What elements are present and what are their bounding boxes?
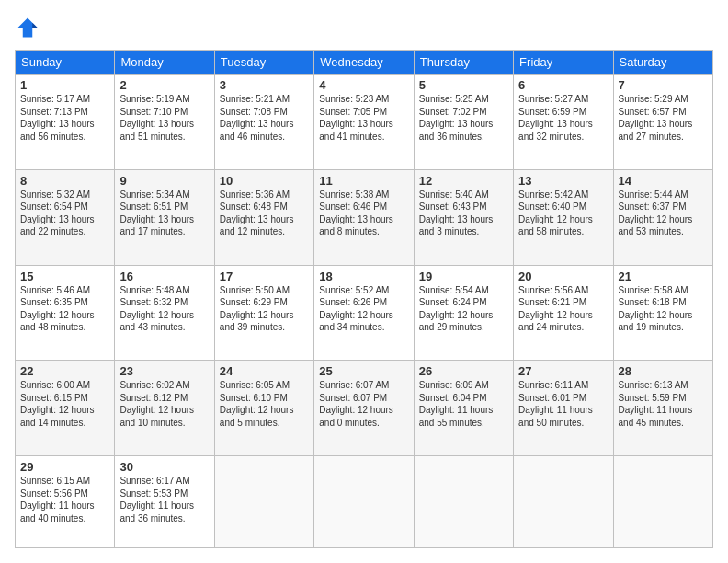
day-number: 25 <box>319 364 408 378</box>
day-number: 21 <box>619 270 708 283</box>
calendar-cell: 28Sunrise: 6:13 AM Sunset: 5:59 PM Dayli… <box>613 361 712 456</box>
day-number: 27 <box>518 364 608 378</box>
day-info: Sunrise: 6:09 AM Sunset: 6:04 PM Dayligh… <box>419 379 508 429</box>
day-info: Sunrise: 5:32 AM Sunset: 6:54 PM Dayligh… <box>20 189 109 238</box>
calendar-cell: 13Sunrise: 5:42 AM Sunset: 6:40 PM Dayli… <box>514 169 613 265</box>
calendar-cell: 30Sunrise: 6:17 AM Sunset: 5:53 PM Dayli… <box>115 456 214 548</box>
day-number: 3 <box>220 78 309 92</box>
calendar-cell: 16Sunrise: 5:48 AM Sunset: 6:32 PM Dayli… <box>115 265 214 361</box>
day-info: Sunrise: 5:25 AM Sunset: 7:02 PM Dayligh… <box>419 93 508 143</box>
day-info: Sunrise: 5:27 AM Sunset: 6:59 PM Dayligh… <box>518 93 608 143</box>
day-number: 14 <box>619 174 708 188</box>
day-info: Sunrise: 5:58 AM Sunset: 6:18 PM Dayligh… <box>619 284 708 334</box>
calendar-header-thursday: Thursday <box>414 51 513 75</box>
day-number: 16 <box>119 270 209 283</box>
day-info: Sunrise: 5:36 AM Sunset: 6:48 PM Dayligh… <box>220 189 309 238</box>
calendar-cell: 23Sunrise: 6:02 AM Sunset: 6:12 PM Dayli… <box>115 361 214 456</box>
header <box>15 15 713 40</box>
day-number: 11 <box>319 174 408 188</box>
calendar-week-1: 1Sunrise: 5:17 AM Sunset: 7:13 PM Daylig… <box>16 75 713 170</box>
day-info: Sunrise: 6:15 AM Sunset: 5:56 PM Dayligh… <box>20 475 109 524</box>
calendar-week-3: 15Sunrise: 5:46 AM Sunset: 6:35 PM Dayli… <box>16 265 713 361</box>
day-info: Sunrise: 6:00 AM Sunset: 6:15 PM Dayligh… <box>20 379 109 429</box>
calendar-cell: 7Sunrise: 5:29 AM Sunset: 6:57 PM Daylig… <box>613 75 712 170</box>
day-info: Sunrise: 5:23 AM Sunset: 7:05 PM Dayligh… <box>319 93 408 143</box>
day-info: Sunrise: 5:48 AM Sunset: 6:32 PM Dayligh… <box>119 284 209 334</box>
day-info: Sunrise: 5:19 AM Sunset: 7:10 PM Dayligh… <box>119 93 209 143</box>
day-number: 9 <box>119 174 209 188</box>
logo <box>15 15 44 40</box>
day-info: Sunrise: 6:13 AM Sunset: 5:59 PM Dayligh… <box>619 379 708 429</box>
day-info: Sunrise: 6:11 AM Sunset: 6:01 PM Dayligh… <box>518 379 608 429</box>
day-number: 4 <box>319 78 408 92</box>
calendar-cell: 10Sunrise: 5:36 AM Sunset: 6:48 PM Dayli… <box>214 169 313 265</box>
calendar-cell: 19Sunrise: 5:54 AM Sunset: 6:24 PM Dayli… <box>414 265 513 361</box>
day-number: 17 <box>220 270 309 283</box>
calendar-cell: 14Sunrise: 5:44 AM Sunset: 6:37 PM Dayli… <box>613 169 712 265</box>
calendar-cell: 20Sunrise: 5:56 AM Sunset: 6:21 PM Dayli… <box>514 265 613 361</box>
day-number: 12 <box>419 174 508 188</box>
calendar-cell: 8Sunrise: 5:32 AM Sunset: 6:54 PM Daylig… <box>16 169 115 265</box>
day-info: Sunrise: 5:40 AM Sunset: 6:43 PM Dayligh… <box>419 189 508 238</box>
day-number: 7 <box>619 78 708 92</box>
calendar-cell: 5Sunrise: 5:25 AM Sunset: 7:02 PM Daylig… <box>414 75 513 170</box>
day-number: 30 <box>119 460 209 474</box>
day-number: 18 <box>319 270 408 283</box>
day-number: 8 <box>20 174 109 188</box>
day-info: Sunrise: 5:29 AM Sunset: 6:57 PM Dayligh… <box>619 93 708 143</box>
day-info: Sunrise: 6:07 AM Sunset: 6:07 PM Dayligh… <box>319 379 408 429</box>
day-number: 19 <box>419 270 508 283</box>
day-number: 20 <box>518 270 608 283</box>
day-number: 29 <box>20 460 109 474</box>
calendar-header-row: SundayMondayTuesdayWednesdayThursdayFrid… <box>16 51 713 75</box>
day-info: Sunrise: 5:17 AM Sunset: 7:13 PM Dayligh… <box>20 93 109 143</box>
calendar-cell: 18Sunrise: 5:52 AM Sunset: 6:26 PM Dayli… <box>314 265 414 361</box>
day-number: 13 <box>518 174 608 188</box>
calendar-cell: 21Sunrise: 5:58 AM Sunset: 6:18 PM Dayli… <box>613 265 712 361</box>
day-info: Sunrise: 5:46 AM Sunset: 6:35 PM Dayligh… <box>20 284 109 334</box>
day-info: Sunrise: 5:54 AM Sunset: 6:24 PM Dayligh… <box>419 284 508 334</box>
calendar-cell: 6Sunrise: 5:27 AM Sunset: 6:59 PM Daylig… <box>514 75 613 170</box>
calendar-cell: 25Sunrise: 6:07 AM Sunset: 6:07 PM Dayli… <box>314 361 414 456</box>
day-info: Sunrise: 6:05 AM Sunset: 6:10 PM Dayligh… <box>220 379 309 429</box>
calendar-header-sunday: Sunday <box>16 51 115 75</box>
day-number: 2 <box>119 78 209 92</box>
svg-marker-1 <box>32 23 37 28</box>
calendar-cell: 22Sunrise: 6:00 AM Sunset: 6:15 PM Dayli… <box>16 361 115 456</box>
calendar-cell: 1Sunrise: 5:17 AM Sunset: 7:13 PM Daylig… <box>16 75 115 170</box>
calendar-table: SundayMondayTuesdayWednesdayThursdayFrid… <box>15 50 713 548</box>
day-number: 22 <box>20 364 109 378</box>
calendar-cell <box>314 456 414 548</box>
calendar-cell: 17Sunrise: 5:50 AM Sunset: 6:29 PM Dayli… <box>214 265 313 361</box>
day-number: 1 <box>20 78 109 92</box>
calendar-week-5: 29Sunrise: 6:15 AM Sunset: 5:56 PM Dayli… <box>16 456 713 548</box>
day-info: Sunrise: 6:02 AM Sunset: 6:12 PM Dayligh… <box>119 379 209 429</box>
calendar-header-monday: Monday <box>115 51 214 75</box>
calendar-cell: 27Sunrise: 6:11 AM Sunset: 6:01 PM Dayli… <box>514 361 613 456</box>
calendar-cell: 3Sunrise: 5:21 AM Sunset: 7:08 PM Daylig… <box>214 75 313 170</box>
day-info: Sunrise: 5:52 AM Sunset: 6:26 PM Dayligh… <box>319 284 408 334</box>
calendar-week-4: 22Sunrise: 6:00 AM Sunset: 6:15 PM Dayli… <box>16 361 713 456</box>
calendar-header-wednesday: Wednesday <box>314 51 414 75</box>
day-info: Sunrise: 5:34 AM Sunset: 6:51 PM Dayligh… <box>119 189 209 238</box>
calendar-cell <box>613 456 712 548</box>
day-info: Sunrise: 6:17 AM Sunset: 5:53 PM Dayligh… <box>119 475 209 524</box>
calendar-cell: 4Sunrise: 5:23 AM Sunset: 7:05 PM Daylig… <box>314 75 414 170</box>
day-number: 26 <box>419 364 508 378</box>
calendar-cell: 24Sunrise: 6:05 AM Sunset: 6:10 PM Dayli… <box>214 361 313 456</box>
calendar-cell: 9Sunrise: 5:34 AM Sunset: 6:51 PM Daylig… <box>115 169 214 265</box>
day-number: 10 <box>220 174 309 188</box>
day-info: Sunrise: 5:44 AM Sunset: 6:37 PM Dayligh… <box>619 189 708 238</box>
calendar-cell: 26Sunrise: 6:09 AM Sunset: 6:04 PM Dayli… <box>414 361 513 456</box>
day-info: Sunrise: 5:42 AM Sunset: 6:40 PM Dayligh… <box>518 189 608 238</box>
calendar-cell: 15Sunrise: 5:46 AM Sunset: 6:35 PM Dayli… <box>16 265 115 361</box>
day-info: Sunrise: 5:50 AM Sunset: 6:29 PM Dayligh… <box>220 284 309 334</box>
day-number: 24 <box>220 364 309 378</box>
calendar-cell <box>214 456 313 548</box>
calendar-cell: 11Sunrise: 5:38 AM Sunset: 6:46 PM Dayli… <box>314 169 414 265</box>
day-number: 6 <box>518 78 608 92</box>
calendar-cell: 2Sunrise: 5:19 AM Sunset: 7:10 PM Daylig… <box>115 75 214 170</box>
calendar-header-saturday: Saturday <box>613 51 712 75</box>
day-info: Sunrise: 5:21 AM Sunset: 7:08 PM Dayligh… <box>220 93 309 143</box>
day-number: 15 <box>20 270 109 283</box>
